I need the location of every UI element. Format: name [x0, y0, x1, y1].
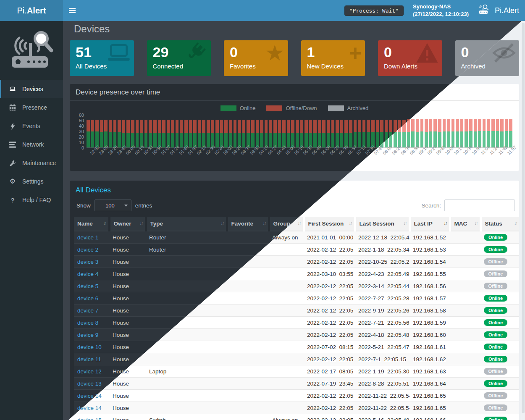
legend-label: Offline/Down: [286, 105, 317, 111]
sidebar-item-presence[interactable]: Presence: [0, 98, 63, 117]
sidebar-item-network[interactable]: Network: [0, 135, 63, 154]
chart-bar: [336, 120, 339, 147]
cell-group: [269, 329, 304, 341]
cell-last-session: 2022-11-22 22:05.54: [355, 402, 410, 414]
cell-type: [146, 390, 227, 402]
cell-last-session: 2022-5-21 22:05.47: [355, 341, 410, 353]
device-link[interactable]: device 6: [77, 295, 98, 302]
cell-last-ip: 192.168.1.65: [410, 390, 450, 402]
cell-favorite: [227, 402, 269, 414]
device-link[interactable]: device 15: [77, 417, 102, 420]
chart-bar: [443, 119, 446, 147]
card-down-alerts[interactable]: 0Down Alerts: [378, 40, 442, 76]
column-header-name[interactable]: Name↓↑: [74, 217, 109, 231]
card-favorites[interactable]: 0Favorites★: [224, 40, 288, 76]
cell-type: Laptop: [146, 365, 227, 378]
cell-type: Router: [146, 244, 227, 256]
chart-bar: [198, 120, 201, 147]
sidebar-item-settings[interactable]: ⚙Settings: [0, 172, 63, 191]
chart-bar: [136, 120, 139, 147]
navbar-right: "Process: Wait" Synology-NAS (27/12/2022…: [344, 3, 519, 18]
cell-status: Online: [480, 231, 519, 244]
card-connected[interactable]: 29Connected: [147, 40, 211, 76]
sidebar-item-devices[interactable]: Devices: [0, 80, 63, 98]
column-header-favorite[interactable]: Favorite↓↑: [227, 217, 269, 231]
host-timestamp: (27/12/2022, 12:10:23): [413, 10, 469, 18]
cell-last-session: 2022-9-19 22:05.26: [355, 304, 410, 317]
bolt-icon: [8, 123, 17, 130]
cell-favorite: [227, 414, 269, 420]
chart-bar: [176, 120, 179, 147]
device-link[interactable]: device 4: [77, 271, 98, 277]
navbar-rest: "Process: Wait" Synology-NAS (27/12/2022…: [63, 0, 525, 21]
status-badge: Online: [484, 331, 507, 338]
cell-last-ip: 192.168.1.55: [410, 268, 450, 280]
cell-last-ip: 192.168.1.62: [410, 353, 450, 365]
cell-group: [269, 402, 304, 414]
cell-last-ip: 192.168.1.66: [410, 414, 450, 420]
device-link[interactable]: device 3: [77, 259, 98, 265]
column-header-last-session[interactable]: Last Session↓↑: [355, 217, 410, 231]
chart-bar: [496, 119, 499, 147]
cell-favorite: [227, 365, 269, 378]
chart-bar: [149, 120, 152, 147]
cell-name: device 5: [74, 280, 109, 292]
card-all-devices[interactable]: 51All Devices: [70, 40, 134, 76]
chart-bar: [104, 120, 108, 147]
device-link[interactable]: device 2: [77, 247, 98, 253]
cell-first-session: 2022-02-12 22:05: [304, 244, 355, 256]
device-link[interactable]: device 12: [77, 368, 102, 375]
chart-bar: [215, 120, 219, 147]
sidebar-item-maintenance[interactable]: Maintenance: [0, 154, 63, 172]
cell-group: [269, 341, 304, 353]
table-row: device 15HouseSwitchAlways on2022-02-12 …: [74, 414, 519, 420]
chart-bar: [344, 120, 348, 147]
chart-bar: [349, 120, 352, 147]
column-header-type[interactable]: Type↓↑: [146, 217, 227, 231]
hamburger-menu-icon[interactable]: [69, 0, 83, 21]
cell-name: device 4: [74, 268, 109, 280]
cell-mac: [450, 365, 480, 378]
chart-bar: [229, 120, 232, 147]
chart-bar: [447, 119, 450, 147]
sidebar-item-events[interactable]: Events: [0, 117, 63, 135]
column-label: First Session: [308, 220, 344, 227]
column-header-mac[interactable]: MAC↓↑: [450, 217, 480, 231]
column-label: MAC: [454, 220, 467, 227]
device-link[interactable]: device 11: [77, 356, 101, 362]
sort-arrows-icon: ↓↑: [140, 220, 143, 226]
cell-last-ip: 192.168.1.65: [410, 402, 450, 414]
scrollbar-thumb[interactable]: [522, 23, 525, 413]
page-size-select[interactable]: 100: [94, 200, 131, 211]
chart-bar: [296, 120, 299, 147]
cell-owner: House: [109, 292, 146, 304]
chart-bar: [91, 120, 94, 147]
search-input[interactable]: [444, 200, 515, 211]
cell-last-session: 2022-7-27 22:05.28: [355, 292, 410, 304]
page-scrollbar[interactable]: [521, 21, 525, 420]
device-link[interactable]: device 8: [77, 320, 98, 326]
card-new-devices[interactable]: 1New Devices+: [301, 40, 365, 76]
app-logo[interactable]: Pi.Alert: [0, 0, 63, 21]
device-link[interactable]: device 13: [77, 381, 102, 387]
sidebar-item-label: Events: [22, 123, 40, 129]
navbar-brand-right[interactable]: Pi.Alert: [478, 4, 519, 17]
column-label: Group: [273, 220, 291, 227]
column-header-owner[interactable]: Owner↓↑: [109, 217, 146, 231]
device-link[interactable]: device 5: [77, 283, 98, 289]
cell-group: [269, 280, 304, 292]
device-link[interactable]: device 10: [77, 344, 102, 350]
column-header-last-ip[interactable]: Last IP↓↑: [410, 217, 450, 231]
status-badge: Online: [484, 417, 507, 420]
device-link[interactable]: device 1: [77, 234, 98, 241]
column-header-first-session[interactable]: First Session↓↑: [304, 217, 355, 231]
cell-group: [269, 317, 304, 329]
sort-arrows-icon: ↓↑: [221, 220, 224, 226]
device-link[interactable]: device 7: [77, 307, 98, 314]
chart-bar: [234, 120, 237, 147]
device-link[interactable]: device 9: [77, 332, 98, 338]
sidebar-item-help-faq[interactable]: ?Help / FAQ: [0, 191, 63, 209]
status-badge: Offline: [484, 283, 507, 289]
column-header-status[interactable]: Status↓↑: [480, 217, 519, 231]
chart-bar: [483, 119, 486, 147]
